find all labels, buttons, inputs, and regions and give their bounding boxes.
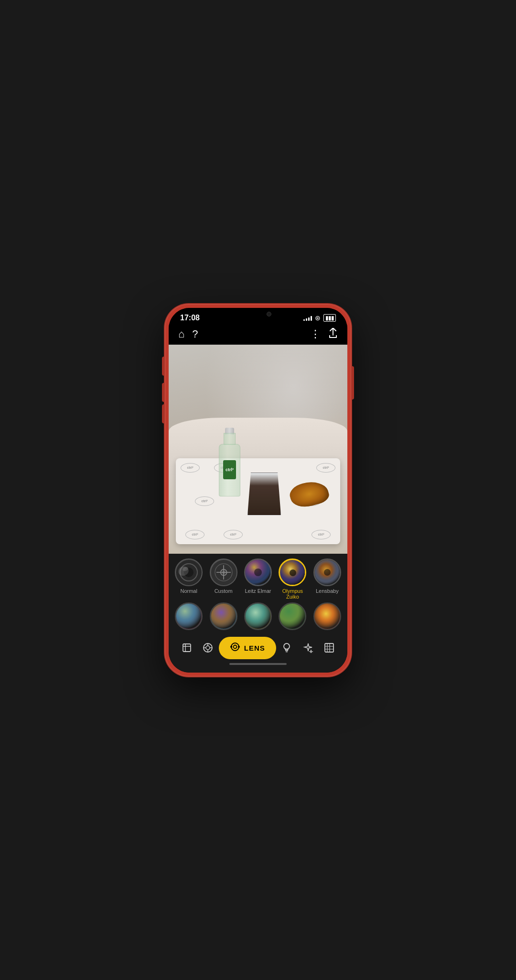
lens-small-circle-1 <box>175 602 203 630</box>
phone-frame: 17:08 ⊛ ▮▮▮ ⌂ ? ⋮ <box>165 304 351 676</box>
lens-item-small-1[interactable] <box>172 602 205 630</box>
lens-btn-icon <box>230 642 240 654</box>
lens-label-custom: Custom <box>215 588 233 594</box>
svg-point-3 <box>182 566 189 572</box>
bottle-label: ctrl² <box>223 460 236 479</box>
svg-rect-36 <box>238 646 240 647</box>
toolbar-left: ⌂ ? <box>178 328 198 340</box>
svg-point-34 <box>233 645 236 648</box>
front-camera <box>267 312 271 316</box>
wifi-icon: ⊛ <box>315 314 321 322</box>
lens-small-circle-4 <box>279 602 306 630</box>
lens-label-normal: Normal <box>180 588 197 594</box>
svg-point-1 <box>180 564 197 581</box>
signal-bar-4 <box>311 316 312 321</box>
svg-point-14 <box>290 569 296 576</box>
filter-tool[interactable] <box>319 640 340 656</box>
bottle-neck <box>224 433 236 445</box>
signal-bar-1 <box>303 319 305 321</box>
photo-area: ctrl² ctrl² ctrl² ctrl² ctrl² ctrl² ctrl… <box>169 345 347 554</box>
signal-bar-3 <box>308 317 310 321</box>
lens-small-circle-2 <box>210 602 237 630</box>
lens-active-button[interactable]: LENS <box>219 637 277 659</box>
svg-point-11 <box>254 569 262 576</box>
lens-item-small-4[interactable] <box>276 602 309 630</box>
status-time: 17:08 <box>180 314 200 322</box>
lens-item-small-2[interactable] <box>207 602 239 630</box>
lens-small-circle-3 <box>244 602 272 630</box>
bottom-panel: Normal Custom <box>169 554 347 673</box>
home-bar <box>229 663 287 665</box>
lens-button-label: LENS <box>244 644 265 652</box>
svg-point-0 <box>176 560 201 585</box>
svg-point-33 <box>231 643 239 651</box>
light-tool[interactable] <box>276 640 297 656</box>
tray-mark: ctrl² <box>312 530 331 539</box>
lens-item-normal[interactable]: Normal <box>172 558 205 600</box>
lens-circle-lensbaby <box>313 558 341 586</box>
lens-circle-custom <box>210 558 237 586</box>
bottom-toolbar: LENS <box>169 634 347 661</box>
svg-point-22 <box>280 604 305 629</box>
lens-item-custom[interactable]: Custom <box>207 558 239 600</box>
lens-primary-row: Normal Custom <box>169 554 347 601</box>
toolbar-top: ⌂ ? ⋮ <box>169 324 347 345</box>
lens-item-olympus[interactable]: Olympus Zuiko <box>276 558 309 600</box>
lens-label-leitz: Leitz Elmar <box>245 588 271 594</box>
toolbar-right: ⋮ <box>310 328 338 341</box>
svg-point-8 <box>221 570 226 575</box>
share-button[interactable] <box>328 328 338 341</box>
svg-point-28 <box>206 646 210 650</box>
lens-label-olympus: Olympus Zuiko <box>276 588 309 600</box>
tray-mark: ctrl² <box>185 530 204 539</box>
svg-point-19 <box>176 604 201 629</box>
tray-mark: ctrl² <box>181 463 200 473</box>
lens-label-lensbaby: Lensbaby <box>316 588 339 594</box>
crop-tool[interactable] <box>176 640 197 656</box>
more-button[interactable]: ⋮ <box>310 328 321 340</box>
notch <box>229 308 287 320</box>
svg-rect-40 <box>325 643 333 652</box>
svg-point-37 <box>284 643 290 649</box>
glass-body <box>247 473 281 516</box>
lens-circle-olympus <box>279 558 306 586</box>
lens-item-small-5[interactable] <box>311 602 344 630</box>
bottle: ctrl² <box>216 430 243 496</box>
lens-item-lensbaby[interactable]: Lensbaby <box>311 558 344 600</box>
tray-mark: ctrl² <box>195 496 214 506</box>
svg-point-23 <box>315 604 340 629</box>
phone-screen: 17:08 ⊛ ▮▮▮ ⌂ ? ⋮ <box>169 308 347 673</box>
svg-point-20 <box>211 604 236 629</box>
tray-mark: ctrl² <box>316 463 335 473</box>
svg-rect-35 <box>230 646 232 647</box>
bottle-body: ctrl² <box>219 444 240 496</box>
status-icons: ⊛ ▮▮▮ <box>303 314 336 322</box>
svg-point-21 <box>246 604 270 629</box>
svg-point-17 <box>324 569 331 576</box>
svg-rect-24 <box>183 644 191 652</box>
home-button[interactable]: ⌂ <box>178 328 184 340</box>
lens-item-leitz[interactable]: Leitz Elmar <box>242 558 274 600</box>
aperture-tool[interactable] <box>197 640 218 656</box>
lens-small-circle-5 <box>313 602 341 630</box>
lens-circle-leitz <box>244 558 272 586</box>
tray-mark: ctrl² <box>224 530 243 539</box>
signal-bar-2 <box>306 318 307 321</box>
drink-glass <box>247 470 281 516</box>
battery-icon: ▮▮▮ <box>323 314 336 322</box>
svg-point-2 <box>184 568 194 577</box>
lens-circle-normal <box>175 558 203 586</box>
signal-bars <box>303 315 312 321</box>
lens-item-small-3[interactable] <box>242 602 274 630</box>
home-indicator <box>169 661 347 669</box>
sparkle-tool[interactable] <box>297 640 318 656</box>
help-button[interactable]: ? <box>192 328 198 340</box>
lens-secondary-row <box>169 601 347 634</box>
